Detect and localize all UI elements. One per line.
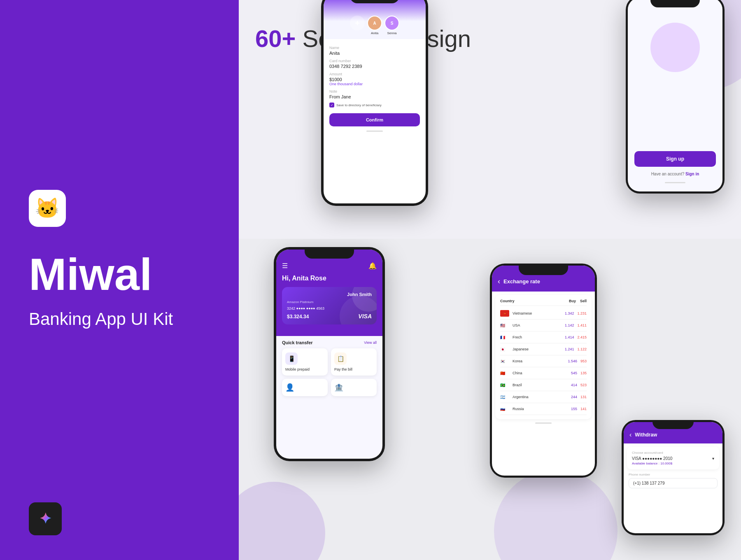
phone-home: ☰ 🔔 Hi, Anita Rose John Smith Amazon Pla…	[274, 247, 385, 461]
account-label: Choose account/card	[632, 451, 714, 455]
phone-signup: Sign up Have an account? Sign in	[626, 0, 725, 194]
phone-notch-withdraw	[652, 420, 694, 429]
service-mobile-prepaid[interactable]: 📱 Mobile prepaid	[282, 348, 328, 376]
col-sell: Sell	[580, 299, 587, 303]
account-dropdown-icon[interactable]: ▾	[712, 456, 714, 461]
rate-vietnamese: 🇻🇳 Vietnamese 1.3421.231	[500, 308, 587, 320]
phone-notch-home	[305, 247, 354, 259]
rate-russia: 🇷🇺 Russia 155141	[500, 403, 587, 415]
add-contact-btn[interactable]: +	[350, 16, 365, 30]
signup-deco-circle	[650, 23, 700, 72]
rate-china: 🇨🇳 China 545135	[500, 367, 587, 379]
card-value: 0348 7292 2389	[329, 64, 420, 69]
name-value: Anita	[329, 51, 420, 56]
headline-number: 60+	[255, 25, 296, 52]
pay-bill-icon: 📋	[334, 352, 347, 365]
bottom-right-section: ☰ 🔔 Hi, Anita Rose John Smith Amazon Pla…	[239, 239, 741, 560]
amount-label: Amount	[329, 72, 420, 76]
brand-subtitle: Banking App UI Kit	[29, 309, 173, 329]
avatar-anita: A	[367, 16, 382, 30]
notification-icon[interactable]: 🔔	[368, 262, 377, 270]
phone-transfer: + A Anita S Senna Name Anita Card number…	[321, 0, 428, 206]
rate-usa: 🇺🇸 USA 1.1421.411	[500, 320, 587, 331]
avatar-anita-label: Anita	[367, 31, 382, 35]
menu-icon[interactable]: ☰	[282, 262, 288, 270]
other-icon: 🏦	[334, 383, 373, 392]
figma-logo: ✦	[39, 510, 51, 527]
top-right-section: 60+ Screens Design + A Anita S Senna	[239, 0, 741, 239]
note-value: From Jane	[329, 94, 420, 99]
phone-value[interactable]: (+1) 138 137 279	[629, 478, 718, 488]
phone-notch-exchange	[519, 264, 568, 275]
signup-button[interactable]: Sign up	[634, 151, 716, 167]
col-buy: Buy	[569, 299, 576, 303]
quick-transfer-label: Quick transfer	[282, 340, 313, 345]
service-pay-bill[interactable]: 📋 Pay the bill	[331, 348, 377, 376]
left-section: 🐱 Miwal Banking App UI Kit ✦	[0, 0, 239, 560]
account-value: VISA ●●●●●●●● 2010	[632, 456, 672, 461]
rate-argentina: 🇦🇷 Argentina 244131	[500, 391, 587, 403]
checkbox[interactable]: ✓	[329, 103, 334, 107]
brand-title: Miwal	[29, 252, 152, 297]
rate-korea: 🇰🇷 Korea 1.546953	[500, 355, 587, 367]
phone-exchange: ‹ Exchange rate Country Buy Sell 🇻🇳 Viet…	[490, 264, 597, 478]
home-indicator-exchange	[535, 422, 552, 424]
confirm-button[interactable]: Confirm	[329, 113, 420, 126]
withdraw-title: Withdraw	[635, 432, 657, 438]
phone-notch-transfer	[350, 0, 399, 3]
home-indicator	[366, 131, 383, 132]
greeting: Hi, Anita Rose	[282, 275, 377, 282]
view-all-link[interactable]: View all	[364, 341, 377, 345]
pay-bill-label: Pay the bill	[334, 367, 373, 371]
phone-label: Phone number	[629, 473, 718, 476]
mobile-prepaid-icon: 📱	[285, 352, 298, 365]
deco-circle-4	[494, 469, 618, 560]
rate-japanese: 🇯🇵 Japanese 1.2411.122	[500, 343, 587, 355]
avatar-senna-label: Senna	[384, 31, 399, 35]
mobile-prepaid-label: Mobile prepaid	[285, 367, 324, 371]
card-balance: $3.324.34	[287, 314, 309, 320]
home-indicator-signup	[665, 182, 685, 183]
phone-notch-signup	[650, 0, 700, 7]
withdraw-back-icon[interactable]: ‹	[629, 431, 631, 439]
balance-label: Available balance : 10.000$	[632, 462, 714, 465]
note-label: Note	[329, 89, 420, 93]
app-logo: 🐱	[35, 197, 60, 220]
card-label: Card number	[329, 59, 420, 63]
deco-circle-3	[239, 482, 325, 560]
rate-french: 🇫🇷 Frech 1.4142.415	[500, 331, 587, 343]
checkbox-label: Save to directory of beneficiary	[336, 103, 382, 107]
amount-sub: One thousand dollar	[329, 82, 420, 86]
rate-brazil: 🇧🇷 Brazil 414523	[500, 379, 587, 391]
avatar-senna: S	[384, 16, 399, 30]
signin-text: Have an account? Sign in	[634, 172, 716, 176]
figma-icon-container: ✦	[29, 502, 62, 535]
amount-value: $1000	[329, 77, 420, 82]
service-transfer[interactable]: 👤	[282, 379, 328, 396]
name-label: Name	[329, 46, 420, 50]
phone-withdraw: ‹ Withdraw Choose account/card VISA ●●●●…	[622, 420, 725, 535]
exchange-back-icon[interactable]: ‹	[498, 277, 500, 286]
col-country: Country	[500, 299, 569, 303]
exchange-title: Exchange rate	[503, 278, 540, 285]
service-other[interactable]: 🏦	[331, 379, 377, 396]
transfer-icon: 👤	[285, 383, 324, 392]
app-icon: 🐱	[29, 190, 66, 227]
